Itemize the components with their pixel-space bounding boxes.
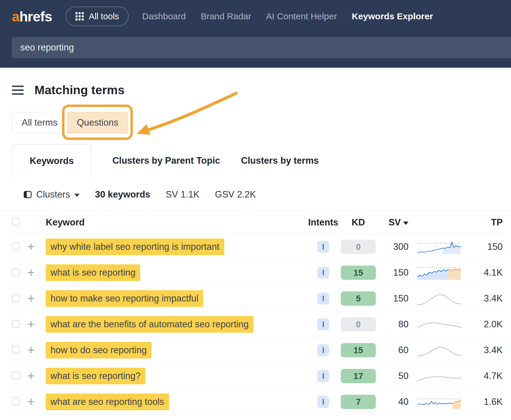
tp-value: 3.4K bbox=[469, 345, 503, 356]
column-sv[interactable]: SV bbox=[376, 217, 409, 228]
row-checkbox[interactable] bbox=[12, 372, 20, 380]
tab-clusters-by-terms[interactable]: Clusters by terms bbox=[241, 144, 319, 177]
add-to-list-icon[interactable] bbox=[27, 396, 42, 408]
sv-total: SV 1.1K bbox=[166, 189, 200, 200]
sv-value: 150 bbox=[376, 267, 409, 278]
main-nav: Dashboard Brand Radar AI Content Helper … bbox=[142, 11, 433, 21]
clusters-icon bbox=[23, 190, 32, 199]
intent-badge[interactable]: I bbox=[317, 318, 329, 330]
nav-brand-radar[interactable]: Brand Radar bbox=[201, 11, 251, 21]
tab-clusters-by-parent-topic[interactable]: Clusters by Parent Topic bbox=[112, 144, 220, 177]
main-content: Matching terms All terms Questions Keywo… bbox=[0, 83, 511, 415]
add-to-list-icon[interactable] bbox=[27, 266, 42, 279]
row-checkbox[interactable] bbox=[12, 397, 20, 405]
logo-accent: a bbox=[12, 9, 19, 24]
ahrefs-logo[interactable]: ahrefs bbox=[12, 8, 52, 25]
trend-sparkline bbox=[409, 368, 469, 384]
add-to-list-icon[interactable] bbox=[27, 318, 42, 331]
chevron-down-icon bbox=[74, 194, 80, 197]
kd-badge: 0 bbox=[341, 317, 376, 331]
sv-value: 50 bbox=[376, 371, 409, 381]
menu-icon[interactable] bbox=[12, 86, 24, 95]
trend-sparkline bbox=[409, 239, 469, 255]
page-title: Matching terms bbox=[34, 83, 124, 97]
column-tp[interactable]: TP bbox=[469, 217, 503, 228]
add-to-list-icon[interactable] bbox=[27, 344, 42, 356]
keyword-text[interactable]: what are the benefits of automated seo r… bbox=[46, 316, 253, 333]
result-tabs: Keywords Clusters by Parent Topic Cluste… bbox=[12, 144, 503, 177]
table-header: Keyword Intents KD SV TP bbox=[12, 211, 503, 234]
nav-dashboard[interactable]: Dashboard bbox=[142, 11, 186, 21]
intent-badge[interactable]: I bbox=[317, 293, 329, 304]
gsv-total: GSV 2.2K bbox=[215, 189, 256, 200]
app: ahrefs All tools Dashboard Brand Radar A… bbox=[0, 0, 511, 420]
keyword-text[interactable]: why white label seo reporting is importa… bbox=[46, 239, 224, 255]
sv-value: 80 bbox=[376, 319, 409, 330]
keyword-text[interactable]: what are seo reporting tools bbox=[46, 394, 169, 410]
row-checkbox[interactable] bbox=[12, 268, 20, 276]
logo-rest: hrefs bbox=[19, 9, 52, 24]
kd-badge: 0 bbox=[341, 240, 376, 254]
intent-badge[interactable]: I bbox=[317, 267, 329, 279]
all-tools-label: All tools bbox=[89, 12, 119, 21]
intent-badge[interactable]: I bbox=[317, 241, 329, 253]
trend-sparkline bbox=[409, 317, 469, 332]
all-tools-button[interactable]: All tools bbox=[66, 7, 129, 26]
add-to-list-icon[interactable] bbox=[27, 241, 42, 253]
select-all-checkbox[interactable] bbox=[12, 218, 20, 226]
nav-ai-content-helper[interactable]: AI Content Helper bbox=[266, 11, 337, 21]
tp-value: 150 bbox=[469, 241, 503, 252]
row-checkbox[interactable] bbox=[12, 294, 20, 302]
kd-badge: 15 bbox=[341, 343, 376, 357]
kd-badge: 5 bbox=[341, 291, 376, 306]
tp-value: 2.0K bbox=[469, 319, 503, 330]
row-checkbox[interactable] bbox=[12, 320, 20, 328]
trend-sparkline bbox=[409, 265, 469, 280]
kd-badge: 7 bbox=[341, 395, 376, 409]
table-row: what are seo reporting tools I 7 40 1.6K bbox=[12, 389, 503, 415]
row-checkbox[interactable] bbox=[12, 346, 20, 354]
terms-filter-group: All terms Questions bbox=[12, 112, 503, 133]
table-row: how to make seo reporting impactful I 5 … bbox=[12, 286, 503, 312]
add-to-list-icon[interactable] bbox=[27, 370, 42, 382]
column-keyword[interactable]: Keyword bbox=[42, 217, 306, 228]
top-navbar: ahrefs All tools Dashboard Brand Radar A… bbox=[0, 0, 511, 33]
kd-badge: 15 bbox=[341, 266, 376, 280]
tp-value: 4.7K bbox=[469, 371, 503, 381]
row-checkbox[interactable] bbox=[12, 242, 20, 250]
sort-desc-icon bbox=[403, 222, 409, 225]
keyword-search-input[interactable]: seo reporting bbox=[12, 37, 511, 58]
tab-keywords[interactable]: Keywords bbox=[12, 144, 92, 177]
trend-sparkline bbox=[409, 291, 469, 306]
column-intents[interactable]: Intents bbox=[306, 217, 341, 228]
keyword-text[interactable]: how to do seo reporting bbox=[46, 342, 152, 359]
table-row: what are the benefits of automated seo r… bbox=[12, 312, 503, 337]
clusters-label: Clusters bbox=[36, 189, 70, 200]
tp-value: 4.1K bbox=[469, 267, 503, 278]
table-toolbar: Clusters 30 keywords SV 1.1K GSV 2.2K bbox=[12, 189, 503, 200]
table-body: why white label seo reporting is importa… bbox=[12, 234, 503, 415]
keywords-count: 30 keywords bbox=[95, 189, 150, 200]
intent-badge[interactable]: I bbox=[317, 396, 329, 408]
add-to-list-icon[interactable] bbox=[27, 292, 42, 305]
search-bar: seo reporting bbox=[0, 33, 511, 68]
tp-value: 3.4K bbox=[469, 293, 503, 304]
table-row: how to do seo reporting I 15 60 3.4K bbox=[12, 337, 503, 363]
keyword-text[interactable]: what is seo reporting bbox=[46, 264, 140, 281]
tp-value: 1.6K bbox=[469, 397, 503, 407]
sv-value: 300 bbox=[376, 241, 409, 252]
filter-questions[interactable]: Questions bbox=[67, 112, 128, 133]
table-row: what is seo reporting? I 17 50 4.7K bbox=[12, 363, 503, 389]
nav-keywords-explorer[interactable]: Keywords Explorer bbox=[352, 11, 433, 21]
filter-all-terms[interactable]: All terms bbox=[12, 112, 67, 133]
clusters-dropdown[interactable]: Clusters bbox=[23, 189, 80, 200]
table-row: what is seo reporting I 15 150 4.1K bbox=[12, 260, 503, 286]
keyword-text[interactable]: what is seo reporting? bbox=[46, 368, 145, 384]
column-kd[interactable]: KD bbox=[341, 217, 376, 228]
sv-value: 60 bbox=[376, 345, 409, 356]
intent-badge[interactable]: I bbox=[317, 344, 329, 356]
keyword-text[interactable]: how to make seo reporting impactful bbox=[46, 290, 203, 307]
sv-value: 40 bbox=[376, 397, 409, 407]
intent-badge[interactable]: I bbox=[317, 370, 329, 382]
kd-badge: 17 bbox=[341, 369, 376, 383]
